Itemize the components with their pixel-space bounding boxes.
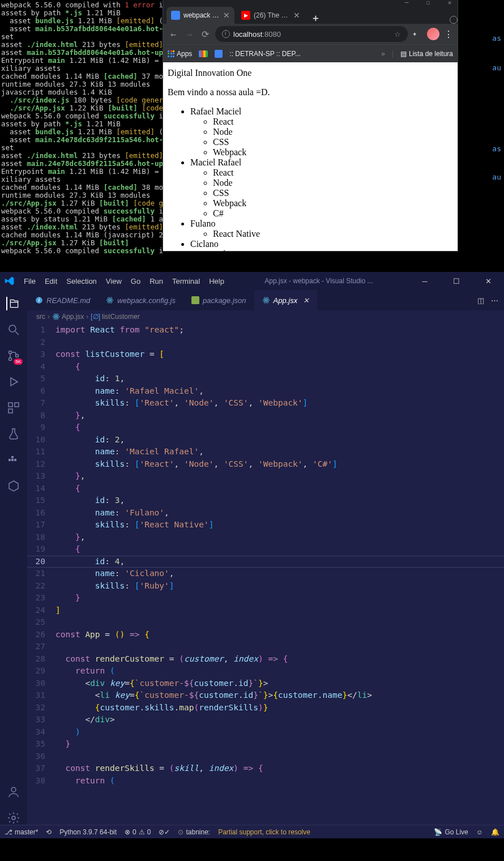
more-actions-icon[interactable]: ⋯ bbox=[491, 296, 498, 305]
side-annotation: as bbox=[492, 144, 501, 153]
activity-bar bbox=[0, 290, 27, 825]
vscode-close-icon[interactable]: ✕ bbox=[477, 277, 499, 285]
hexagon-icon[interactable] bbox=[7, 479, 20, 493]
svg-point-21 bbox=[265, 300, 266, 301]
tabnine-message[interactable]: Partial support, click to resolve bbox=[218, 828, 310, 836]
skill-item: React bbox=[213, 168, 453, 178]
tab-label: webpack.config.js bbox=[117, 296, 176, 305]
tab-label: README.md bbox=[46, 296, 90, 305]
account-icon[interactable] bbox=[7, 785, 20, 799]
skill-item: CSS bbox=[213, 188, 453, 198]
svg-rect-11 bbox=[11, 456, 14, 458]
tab-close-icon[interactable]: ✕ bbox=[293, 11, 300, 20]
bookmark-detran[interactable]: :: DETRAN-SP :: DEP... bbox=[229, 50, 301, 58]
svg-point-16 bbox=[109, 300, 110, 301]
split-editor-icon[interactable]: ◫ bbox=[477, 296, 484, 305]
bookmark-icon[interactable] bbox=[215, 50, 223, 58]
reading-list-button[interactable]: ▤ Lista de leitura bbox=[400, 50, 453, 58]
menu-file[interactable]: File bbox=[24, 277, 36, 285]
explorer-icon[interactable] bbox=[6, 297, 20, 310]
svg-rect-10 bbox=[14, 459, 16, 461]
tab-title: webpack 4 + b bbox=[183, 11, 220, 19]
bell-icon[interactable]: 🔔 bbox=[491, 828, 499, 836]
go-live-button[interactable]: 📡Go Live bbox=[434, 828, 468, 836]
editor-tab-app-jsx[interactable]: App.jsx✕ bbox=[254, 290, 318, 310]
chrome-toolbar: ← → ⟳ localhost:8080 ☆ ✦ ⋮ bbox=[163, 24, 458, 44]
editor-tab-package-json[interactable]: package.json bbox=[183, 290, 254, 310]
settings-gear-icon[interactable] bbox=[7, 811, 20, 825]
bookmarks-overflow-icon[interactable]: » bbox=[381, 50, 385, 58]
tab-label: App.jsx bbox=[274, 296, 298, 305]
testing-icon[interactable] bbox=[7, 427, 20, 441]
extensions-panel-icon[interactable] bbox=[7, 401, 20, 415]
svg-rect-5 bbox=[8, 403, 12, 407]
branch-icon: ⎇ bbox=[5, 828, 12, 836]
warning-icon: ⚠ bbox=[139, 828, 145, 836]
menu-terminal[interactable]: Terminal bbox=[172, 277, 200, 285]
prettier-status[interactable]: ⊘✓ bbox=[159, 828, 170, 836]
skill-item: React bbox=[213, 117, 453, 127]
svg-point-25 bbox=[55, 316, 57, 317]
bookmark-star-icon[interactable]: ☆ bbox=[394, 30, 401, 39]
browser-tab[interactable]: webpack 4 + b✕ bbox=[166, 7, 234, 24]
sync-icon: ⟲ bbox=[46, 828, 52, 836]
page-content[interactable]: Digital Innovation One Bem vindo a nossa… bbox=[163, 62, 458, 251]
welcome-text: Bem vindo a nossa aula =D. bbox=[168, 87, 453, 97]
side-annotation: as bbox=[492, 34, 501, 42]
tabnine-status[interactable]: ⊙ tabnine: bbox=[178, 828, 210, 836]
new-tab-button[interactable]: + bbox=[307, 12, 324, 24]
extensions-icon[interactable]: ✦ bbox=[412, 29, 422, 39]
menu-view[interactable]: View bbox=[106, 277, 122, 285]
error-icon: ⊗ bbox=[125, 828, 130, 836]
problems-status[interactable]: ⊗0 ⚠0 bbox=[125, 828, 151, 836]
menu-edit[interactable]: Edit bbox=[45, 277, 57, 285]
browser-tab[interactable]: ▶(26) The Dark✕ bbox=[237, 7, 305, 24]
feedback-icon[interactable]: ☺ bbox=[476, 828, 483, 836]
breadcrumb-symbol[interactable]: [∅] listCustomer bbox=[91, 313, 139, 321]
gmail-icon[interactable] bbox=[199, 50, 208, 57]
menu-go[interactable]: Go bbox=[131, 277, 140, 285]
vscode-titlebar: FileEditSelectionViewGoRunTerminalHelp A… bbox=[0, 272, 504, 290]
search-icon[interactable] bbox=[7, 323, 20, 336]
apps-label: Apps bbox=[177, 50, 192, 58]
breadcrumb[interactable]: src › App.jsx › [∅] listCustomer bbox=[27, 310, 504, 323]
python-interpreter[interactable]: Python 3.9.7 64-bit bbox=[59, 828, 117, 836]
site-info-icon[interactable] bbox=[222, 30, 230, 38]
editor-tab-readme-md[interactable]: iREADME.md bbox=[27, 290, 98, 310]
menu-help[interactable]: Help bbox=[209, 277, 224, 285]
vscode-maximize-icon[interactable]: ☐ bbox=[445, 277, 468, 285]
code-content[interactable]: import React from "react"; const listCus… bbox=[55, 323, 504, 825]
tab-close-icon[interactable]: ✕ bbox=[303, 296, 309, 305]
docker-icon[interactable] bbox=[7, 453, 20, 467]
reload-button[interactable]: ⟳ bbox=[199, 29, 211, 40]
svg-rect-8 bbox=[8, 459, 11, 461]
sync-status[interactable]: ⟲ bbox=[46, 828, 52, 836]
customer-item: FulanoReact Native bbox=[190, 219, 453, 239]
back-button[interactable]: ← bbox=[168, 29, 179, 40]
chrome-menu-icon[interactable]: ⋮ bbox=[444, 29, 453, 40]
svg-point-4 bbox=[16, 355, 19, 357]
media-control-icon[interactable] bbox=[450, 16, 458, 24]
chrome-window: ─ ☐ ✕ webpack 4 + b✕▶(26) The Dark✕ + ← … bbox=[163, 0, 458, 251]
react-file-icon bbox=[52, 313, 60, 321]
forward-button[interactable]: → bbox=[183, 29, 195, 40]
code-editor[interactable]: 1234567891011121314151617181920212223242… bbox=[27, 323, 504, 825]
address-bar[interactable]: localhost:8080 ☆ bbox=[215, 26, 408, 42]
source-control-icon[interactable] bbox=[7, 349, 20, 363]
tab-close-icon[interactable]: ✕ bbox=[223, 11, 230, 20]
apps-shortcut[interactable]: Apps bbox=[168, 50, 192, 58]
profile-avatar[interactable] bbox=[427, 28, 439, 40]
breadcrumb-file[interactable]: App.jsx bbox=[52, 313, 84, 321]
svg-point-0 bbox=[9, 325, 16, 332]
svg-point-2 bbox=[9, 351, 12, 354]
customer-item: Rafael MacielReactNodeCSSWebpack bbox=[190, 106, 453, 157]
menu-run[interactable]: Run bbox=[150, 277, 163, 285]
webpack-favicon-icon bbox=[171, 11, 180, 20]
debug-icon[interactable] bbox=[7, 375, 20, 389]
menu-selection[interactable]: Selection bbox=[66, 277, 96, 285]
breadcrumb-src[interactable]: src bbox=[36, 313, 45, 321]
git-branch-status[interactable]: ⎇master* bbox=[5, 828, 38, 836]
editor-tab-webpack-config-js[interactable]: webpack.config.js bbox=[98, 290, 183, 310]
vscode-minimize-icon[interactable]: ─ bbox=[413, 277, 436, 285]
skill-item: Webpack bbox=[213, 198, 453, 208]
